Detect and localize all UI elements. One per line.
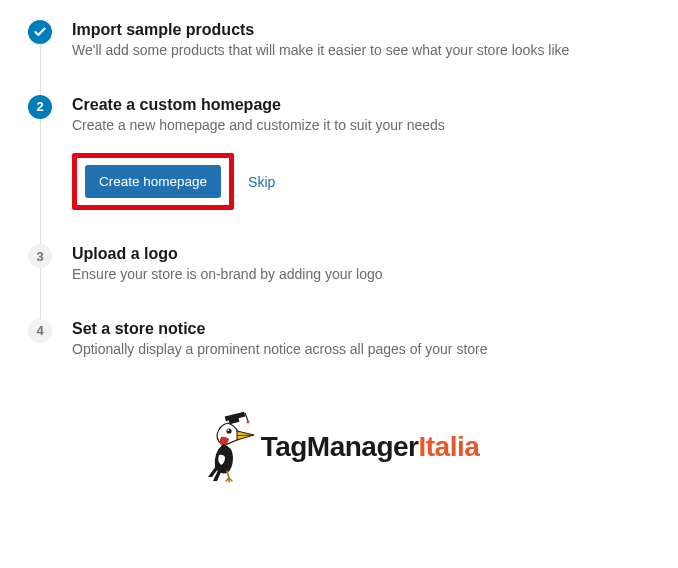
svg-point-3 [246,421,249,424]
step-title: Create a custom homepage [72,96,650,114]
step-content: Upload a logo Ensure your store is on-br… [72,244,650,285]
step-store-notice: 4 Set a store notice Optionally display … [28,319,650,394]
step-create-homepage: 2 Create a custom homepage Create a new … [28,95,650,245]
setup-steps-list: Import sample products We'll add some pr… [28,20,650,393]
svg-point-5 [227,430,229,432]
woodpecker-icon [199,411,255,483]
step-description: Create a new homepage and customize it t… [72,116,650,136]
step-connector [40,44,41,95]
step-connector [40,119,41,245]
step-title: Set a store notice [72,320,650,338]
brand-logo-text-main: TagManager [261,431,419,462]
annotation-highlight-box: Create homepage [72,153,234,210]
step-title: Import sample products [72,21,650,39]
check-icon [33,25,47,39]
step-connector [40,268,41,319]
step-title: Upload a logo [72,245,650,263]
step-import-products: Import sample products We'll add some pr… [28,20,650,95]
step-indicator-active: 2 [28,95,52,119]
step-description: Optionally display a prominent notice ac… [72,340,650,360]
create-homepage-button[interactable]: Create homepage [85,165,221,198]
step-description: We'll add some products that will make i… [72,41,650,61]
step-content: Import sample products We'll add some pr… [72,20,650,61]
svg-point-4 [226,429,231,434]
brand-logo-wrap: TagManagerItalia [28,411,650,483]
step-actions: Create homepage Skip [72,153,650,210]
step-upload-logo: 3 Upload a logo Ensure your store is on-… [28,244,650,319]
step-content: Create a custom homepage Create a new ho… [72,95,650,211]
skip-link[interactable]: Skip [248,174,275,190]
step-description: Ensure your store is on-brand by adding … [72,265,650,285]
brand-logo-text-accent: Italia [419,431,480,462]
step-content: Set a store notice Optionally display a … [72,319,650,360]
brand-logo-text: TagManagerItalia [261,431,480,463]
brand-logo: TagManagerItalia [199,411,480,483]
step-indicator: 4 [28,319,52,343]
step-indicator-done [28,20,52,44]
step-indicator: 3 [28,244,52,268]
svg-line-2 [245,413,248,421]
